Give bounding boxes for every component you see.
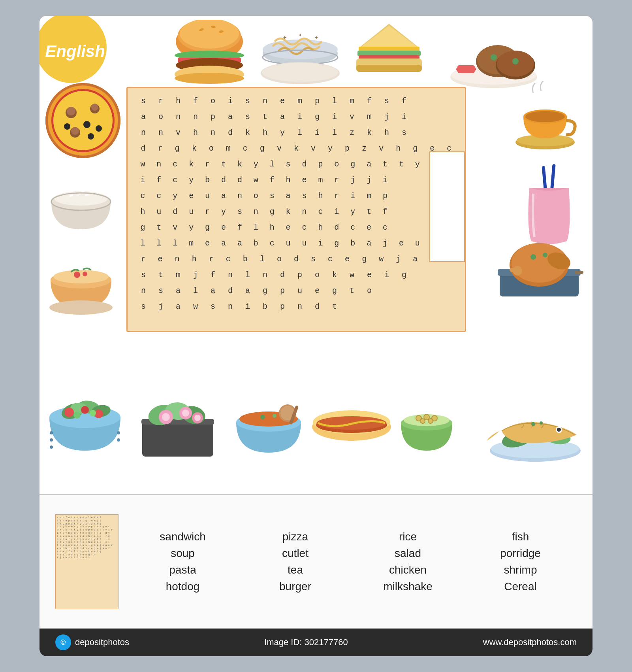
grid-cell (393, 204, 410, 219)
grid-cell: y (216, 204, 232, 219)
depositphotos-logo: © depositphotos (55, 634, 129, 650)
word-item: soup (134, 547, 231, 560)
grid-cell: e (339, 251, 356, 267)
grid-cell: h (378, 125, 395, 140)
grid-cell: c (167, 156, 183, 172)
grid-cell: t (377, 156, 393, 172)
grid-cell: a (216, 188, 232, 204)
grid-cell: a (216, 235, 232, 251)
image-id: Image ID: 302177760 (264, 637, 348, 647)
grid-cell: i (135, 172, 151, 188)
word-item: pasta (134, 564, 231, 576)
grid-cell: o (329, 156, 345, 172)
svg-point-123 (420, 419, 425, 423)
grid-cell: h (135, 204, 151, 219)
grid-cell: n (169, 109, 187, 125)
grid-cell: p (377, 188, 393, 204)
svg-point-93 (50, 445, 53, 449)
grid-cell: i (222, 93, 239, 109)
grid-cell: m (220, 140, 237, 156)
grid-cell: e (296, 172, 312, 188)
grid-cell: p (312, 156, 329, 172)
word-item: cutlet (247, 547, 344, 560)
grid-cell: y (248, 156, 264, 172)
grid-row: ccyeuanosashrimprg (135, 188, 458, 204)
hotdog-illustration (308, 395, 395, 455)
grid-cell: e (361, 219, 377, 235)
svg-point-132 (540, 421, 543, 425)
grid-cell: t (326, 298, 343, 314)
dp-icon: © (55, 634, 71, 650)
word-item: burger (247, 580, 344, 593)
grid-cell: g (199, 219, 216, 235)
grid-cell: l (151, 235, 167, 251)
grid-cell: e (308, 283, 326, 298)
grid-cell: p (339, 140, 356, 156)
grid-cell: h (169, 93, 187, 109)
grid-cell: j (390, 251, 407, 267)
word-item: salad (359, 547, 456, 560)
grid-cell: m (343, 93, 361, 109)
grid-cell: e (152, 251, 169, 267)
grid-cell (409, 188, 425, 204)
grid-cell: f (204, 267, 222, 283)
svg-point-49 (88, 133, 94, 140)
svg-point-12 (263, 40, 338, 59)
porridge-illustration (43, 249, 118, 318)
grid-cell: c (296, 219, 312, 235)
grid-cell: r (199, 156, 216, 172)
grid-cell: s (395, 125, 413, 140)
grid-cell: a (239, 283, 256, 298)
grid-cell: s (280, 156, 296, 172)
grid-cell: k (231, 156, 248, 172)
grid-cell: r (203, 251, 220, 267)
grid-cell: s (239, 109, 256, 125)
grid-cell: u (409, 235, 425, 251)
grid-cell: v (167, 219, 183, 235)
grid-row: wnckrtkylsdpogattyir (135, 156, 458, 172)
grid-cell: m (361, 109, 378, 125)
grid-cell: l (254, 251, 271, 267)
grid-cell: k (326, 267, 343, 283)
grid-cell: a (231, 235, 248, 251)
grid-row: hudurysngknciytfis (135, 204, 458, 219)
grid-cell: o (248, 188, 264, 204)
grid-cell: z (356, 140, 373, 156)
grid-cell: g (169, 140, 186, 156)
grid-cell: p (274, 283, 291, 298)
grid-cell: v (271, 140, 288, 156)
svg-rect-96 (142, 421, 213, 457)
grid-cell: s (296, 188, 312, 204)
grid-cell: g (329, 235, 345, 251)
grid-cell: h (390, 140, 407, 156)
word-item: chicken (359, 564, 456, 576)
grid-cell: c (167, 172, 183, 188)
grid-cell: a (407, 251, 424, 267)
grid-cell: v (169, 125, 187, 140)
grid-cell: g (356, 251, 373, 267)
grid-cell: l (291, 125, 308, 140)
grid-cell: g (264, 204, 280, 219)
grid-cell: u (280, 235, 296, 251)
grid-cell: o (204, 93, 222, 109)
svg-point-104 (182, 410, 189, 417)
logo-text: depositphotos (75, 637, 129, 647)
grid-cell: g (345, 156, 361, 172)
svg-point-39 (53, 91, 113, 150)
grid-cell: f (264, 172, 280, 188)
grid-cell: o (152, 109, 169, 125)
grid-cell: r (199, 204, 216, 219)
grid-cell: s (378, 93, 395, 109)
svg-point-94 (117, 431, 120, 434)
grid-cell: h (186, 251, 203, 267)
grid-cell: d (135, 140, 152, 156)
grid-cell: u (199, 188, 216, 204)
grid-cell: s (239, 93, 256, 109)
grid-cell: d (329, 219, 345, 235)
svg-point-121 (424, 414, 429, 420)
english-label: English (45, 42, 105, 61)
grid-cell: b (256, 298, 274, 314)
grid-cell: l (135, 235, 151, 251)
grid-cell: t (343, 283, 361, 298)
fish-illustration (486, 393, 585, 464)
